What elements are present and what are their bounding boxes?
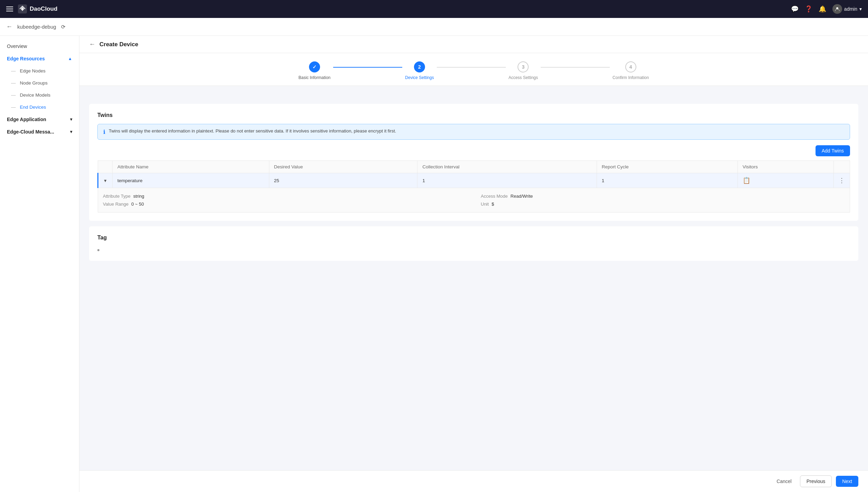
dash-icon: — [11,80,16,86]
visitors-icon: 📋 [743,177,750,184]
sidebar-item-edge-resources[interactable]: Edge Resources ▲ [0,52,79,65]
device-models-label: Device Models [20,92,51,98]
user-menu[interactable]: admin ▾ [832,4,862,14]
dash-icon: — [11,92,16,98]
row-actions-button[interactable]: ⋮ [839,177,845,184]
step-device-settings: 2 Device Settings [405,61,434,80]
step-confirm-info: 4 Confirm Information [613,61,649,80]
col-actions [834,161,850,173]
notification-icon[interactable]: 🔔 [819,5,826,13]
attribute-type-label: Attribute Type [103,194,131,199]
sub-unit: Unit $ [481,201,845,207]
sidebar-overview-label: Overview [7,43,27,49]
footer: Cancel Previous Next [79,470,868,492]
step-circle-2: 2 [414,61,425,72]
page-body: Twins ℹ Twins will display the entered i… [79,96,868,470]
main-content: ← Create Device ✓ Basic Information 2 De… [79,36,868,492]
subnav-back-button[interactable]: ← [6,23,12,30]
unit-value: $ [492,201,494,207]
step-label-2: Device Settings [405,75,434,80]
edge-cloud-mess-chevron-icon: ▾ [70,129,72,134]
access-mode-label: Access Mode [481,194,508,199]
attribute-type-value: string [133,194,144,199]
sidebar: Overview Edge Resources ▲ — Edge Nodes —… [0,36,79,492]
username-label: admin [844,6,857,12]
page-header: ← Create Device [79,36,868,53]
node-groups-label: Node Groups [20,80,48,86]
page-title: Create Device [99,41,138,48]
stepper: ✓ Basic Information 2 Device Settings 3 … [79,53,868,86]
table-row: ▼ temperature 25 1 1 📋 ⋮ [98,173,850,188]
top-navigation: DaoCloud 💬 ❓ 🔔 admin ▾ [0,0,868,18]
cancel-button[interactable]: Cancel [772,476,796,487]
info-icon: ℹ [103,129,105,135]
twins-title: Twins [97,112,850,118]
logo-icon [18,4,27,13]
cell-collection-interval: 1 [417,173,597,188]
twins-info-text: Twins will display the entered informati… [109,128,396,134]
cell-visitors: 📋 [737,173,833,188]
user-chevron-icon: ▾ [859,6,862,12]
step-line-2 [437,67,506,68]
dash-icon: — [11,68,16,73]
sidebar-item-edge-nodes[interactable]: — Edge Nodes [0,65,79,77]
col-collection-interval: Collection Interval [417,161,597,173]
cell-attribute-name: temperature [112,173,269,188]
tag-dot [97,249,99,251]
step-label-1: Basic Information [299,75,331,80]
refresh-icon[interactable]: ⟳ [61,24,66,30]
hamburger-menu[interactable] [6,7,13,11]
sub-navigation: ← kubeedge-debug ⟳ [0,18,868,36]
page-back-button[interactable]: ← [89,41,95,48]
next-button[interactable]: Next [836,476,858,487]
col-visitors: Visitors [737,161,833,173]
sidebar-item-end-devices[interactable]: — End Devices [0,101,79,113]
expand-row-button[interactable]: ▼ [103,178,107,183]
edge-resources-label: Edge Resources [7,56,45,61]
tag-title: Tag [97,235,850,241]
sidebar-item-edge-application[interactable]: Edge Application ▾ [0,113,79,126]
edge-resources-chevron-icon: ▲ [68,56,72,61]
end-devices-label: End Devices [20,105,46,110]
access-mode-value: Read/Write [511,194,533,199]
twins-table: Attribute Name Desired Value Collection … [97,160,850,213]
add-twins-button[interactable]: Add Twins [816,145,850,156]
step-line-1 [333,67,402,68]
sidebar-item-edge-cloud-mess[interactable]: Edge-Cloud Messa... ▾ [0,126,79,138]
sidebar-item-node-groups[interactable]: — Node Groups [0,77,79,89]
step-access-settings: 3 Access Settings [509,61,538,80]
step-circle-3: 3 [518,61,529,72]
col-attribute-name [98,161,113,173]
value-range-value: 0 ~ 50 [131,201,144,207]
edge-nodes-label: Edge Nodes [20,68,46,73]
tag-card: Tag [89,226,858,261]
help-icon[interactable]: ❓ [805,5,812,13]
sidebar-item-overview[interactable]: Overview [0,40,79,52]
col-desired-value: Desired Value [269,161,417,173]
message-icon[interactable]: 💬 [791,5,799,13]
sub-attribute-type: Attribute Type string [103,194,467,199]
col-attribute-name-label: Attribute Name [112,161,269,173]
sidebar-item-device-models[interactable]: — Device Models [0,89,79,101]
logo: DaoCloud [18,4,57,13]
dash-icon: — [11,105,16,110]
cell-report-cycle: 1 [597,173,737,188]
step-circle-1: ✓ [309,61,320,72]
edge-cloud-mess-label: Edge-Cloud Messa... [7,129,54,135]
cell-desired-value: 25 [269,173,417,188]
previous-button[interactable]: Previous [800,475,832,487]
twins-card: Twins ℹ Twins will display the entered i… [89,104,858,221]
sub-access-mode: Access Mode Read/Write [481,194,845,199]
edge-application-chevron-icon: ▾ [70,117,72,122]
col-report-cycle: Report Cycle [597,161,737,173]
step-line-3 [541,67,610,68]
table-sub-row: Attribute Type string Access Mode Read/W… [98,188,850,213]
unit-label: Unit [481,201,489,207]
sub-value-range: Value Range 0 ~ 50 [103,201,467,207]
step-label-3: Access Settings [509,75,538,80]
step-basic-info: ✓ Basic Information [299,61,331,80]
value-range-label: Value Range [103,201,128,207]
step-circle-4: 4 [625,61,636,72]
edge-application-label: Edge Application [7,117,46,122]
twins-info-banner: ℹ Twins will display the entered informa… [97,124,850,140]
